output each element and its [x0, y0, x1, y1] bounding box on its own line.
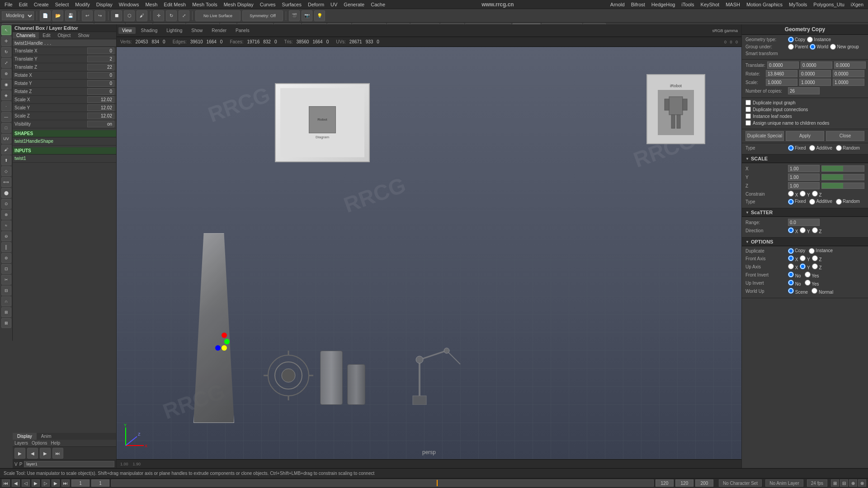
group-world-label[interactable]: World	[810, 44, 828, 50]
up-inv-no-label[interactable]: No	[788, 280, 801, 286]
constrain-y-radio[interactable]	[800, 191, 806, 197]
visibility-input[interactable]	[87, 121, 114, 127]
lasso-btn[interactable]: ⬡	[124, 10, 135, 21]
scatter-x-label[interactable]: X	[788, 227, 798, 234]
shapes-item[interactable]: twist1HandleShape	[13, 137, 116, 145]
scale-x-field[interactable]	[766, 79, 797, 86]
vertex-btn[interactable]: ·	[1, 101, 11, 111]
snap-icon-btn[interactable]: ⊕	[1, 69, 11, 79]
rotate-y-field[interactable]	[799, 70, 831, 77]
frame-end-input[interactable]	[675, 479, 693, 487]
rotate-z-input[interactable]	[87, 88, 114, 95]
ch-tab-channels[interactable]: Channels	[13, 32, 39, 39]
menu-hedgehog[interactable]: HedgeHog	[649, 0, 678, 9]
vp-tab-panels[interactable]: Panels	[232, 27, 253, 34]
cut-btn[interactable]: ✂	[1, 275, 11, 285]
menu-mash[interactable]: MASH	[723, 0, 743, 9]
front-inv-no-label[interactable]: No	[788, 272, 801, 278]
viewport-canvas[interactable]: RRCG RRCG RRCG RRCG Robot Diagram	[117, 47, 741, 459]
separate-btn[interactable]: ⊠	[1, 318, 11, 328]
move-btn[interactable]: ✛	[153, 10, 164, 21]
layer-end-btn[interactable]: ⏭	[52, 448, 63, 459]
rotate-y-input[interactable]	[87, 80, 114, 87]
translate-y-input[interactable]	[87, 56, 114, 62]
menu-surfaces[interactable]: Surfaces	[279, 0, 304, 9]
world-up-scene-label[interactable]: Scene	[788, 288, 808, 295]
mode-select[interactable]: Modeling	[2, 11, 34, 20]
type-fixed-radio[interactable]	[788, 145, 794, 151]
vp-tab-show[interactable]: Show	[188, 27, 206, 34]
group-parent-radio[interactable]	[788, 44, 794, 50]
apply-btn[interactable]: Apply	[786, 131, 824, 141]
scale-random-label[interactable]: Random	[836, 199, 860, 205]
ch-tab-object[interactable]: Object	[54, 32, 75, 39]
menu-uv[interactable]: UV	[328, 0, 340, 9]
constrain-z-label[interactable]: Z	[812, 191, 822, 197]
go-end-btn[interactable]: ⏭	[61, 479, 70, 487]
ch-tab-edit[interactable]: Edit	[39, 32, 54, 39]
channel-translate-y[interactable]: Translate Y	[13, 55, 116, 63]
menu-keyshot[interactable]: KeyShot	[698, 0, 722, 9]
up-y-radio[interactable]	[800, 263, 806, 269]
face-btn[interactable]: □	[1, 123, 11, 133]
mirror-btn[interactable]: ⊟	[1, 286, 11, 296]
dup-instance-radio[interactable]	[809, 248, 815, 254]
scale-z-slider[interactable]	[821, 183, 864, 189]
world-up-scene-radio[interactable]	[788, 288, 794, 294]
frame-current-input[interactable]	[91, 479, 109, 487]
input-connections-checkbox[interactable]	[745, 107, 751, 112]
paint-select-btn[interactable]: 🖌	[1, 145, 11, 155]
group-new-label[interactable]: New group	[830, 44, 859, 50]
front-y-radio[interactable]	[800, 255, 806, 261]
menu-deform[interactable]: Deform	[305, 0, 327, 9]
manip-green[interactable]	[224, 339, 230, 344]
channel-scale-y[interactable]: Scale Y	[13, 104, 116, 112]
offset-edge-btn[interactable]: ⊜	[1, 253, 11, 263]
menu-mesh-display[interactable]: Mesh Display	[221, 0, 256, 9]
scale-x-slider[interactable]	[821, 165, 864, 172]
bridge-btn[interactable]: ⟺	[1, 177, 11, 187]
scale-additive-label[interactable]: Additive	[809, 199, 832, 205]
up-x-label[interactable]: X	[788, 263, 798, 270]
scale-rp-y[interactable]	[788, 174, 820, 181]
scale-additive-radio[interactable]	[809, 199, 815, 205]
channel-scale-x[interactable]: Scale X	[13, 96, 116, 104]
geo-copy-label[interactable]: Copy	[788, 37, 805, 42]
redo-btn[interactable]: ↪	[94, 10, 105, 21]
paint-btn[interactable]: 🖌	[137, 10, 147, 21]
menu-bifrost[interactable]: Bifrost	[628, 0, 648, 9]
unique-name-checkbox[interactable]	[745, 120, 751, 126]
symmetry-btn[interactable]: Symmetry: Off	[242, 10, 283, 21]
scale-fixed-radio[interactable]	[788, 199, 794, 205]
scale-btn[interactable]: ⤢	[179, 10, 189, 21]
combine-btn[interactable]: ⊞	[1, 307, 11, 317]
checkbox-instance-leaf[interactable]: Instance leaf nodes	[745, 113, 864, 119]
boolean-btn[interactable]: ∩	[1, 296, 11, 306]
layer-play-btn[interactable]: ▶	[14, 448, 25, 459]
component-btn[interactable]: ◈	[1, 90, 11, 100]
save-btn[interactable]: 💾	[65, 10, 76, 21]
edge-btn[interactable]: —	[1, 112, 11, 122]
rotate-x-input[interactable]	[87, 72, 114, 79]
scatter-z-radio[interactable]	[812, 227, 818, 233]
type-random-label[interactable]: Random	[836, 145, 860, 151]
type-fixed-label[interactable]: Fixed	[788, 145, 806, 151]
up-inv-yes-label[interactable]: Yes	[805, 280, 819, 286]
menu-cache[interactable]: Cache	[368, 0, 388, 9]
select-tool-btn[interactable]: 🔲	[111, 10, 122, 21]
type-additive-radio[interactable]	[809, 145, 815, 151]
no-anim-layer[interactable]: No Anim Layer	[765, 479, 803, 487]
translate-x-field[interactable]	[767, 61, 799, 69]
front-x-radio[interactable]	[788, 255, 794, 261]
select-icon-btn[interactable]: ↖	[1, 25, 11, 35]
up-z-radio[interactable]	[812, 263, 818, 269]
menu-modify[interactable]: Modify	[72, 0, 92, 9]
fill-hole-btn[interactable]: ⬤	[1, 188, 11, 198]
move-icon-btn[interactable]: ✛	[1, 36, 11, 46]
checkbox-input-connections[interactable]: Duplicate input connections	[745, 107, 864, 112]
world-up-normal-label[interactable]: Normal	[811, 288, 833, 295]
scale-section-title[interactable]: ▼ SCALE	[742, 155, 868, 163]
front-inv-yes-radio[interactable]	[805, 272, 811, 277]
channel-visibility[interactable]: Visibility	[13, 120, 116, 128]
merge-btn[interactable]: ⊙	[1, 199, 11, 209]
